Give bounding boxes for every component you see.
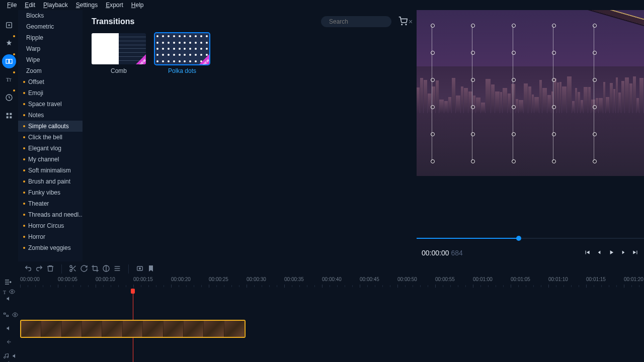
category-item[interactable]: Threads and needl... <box>18 209 83 220</box>
menu-help[interactable]: Help <box>127 1 148 10</box>
category-list[interactable]: BlocksGeometricRippleWarpWipeZoomOffsetE… <box>18 10 83 261</box>
category-item[interactable]: Notes <box>18 110 83 121</box>
undo-icon[interactable] <box>24 264 32 274</box>
transition-thumbs: NEWCombNEWPolka dots <box>92 33 408 74</box>
menu-file[interactable]: File <box>3 1 21 10</box>
svg-text:T: T <box>9 78 12 82</box>
transition-thumb[interactable]: NEWPolka dots <box>155 33 209 74</box>
filters-icon[interactable] <box>2 34 16 52</box>
step-back-icon[interactable] <box>596 249 603 257</box>
track-link-icon[interactable] <box>3 312 9 319</box>
track-back-icon[interactable] <box>6 339 12 346</box>
clip-properties-icon[interactable] <box>113 264 121 274</box>
color-adjust-icon[interactable] <box>102 264 110 274</box>
ruler-tick: 00:00:10 <box>96 277 115 282</box>
category-item[interactable]: Simple callouts <box>18 121 83 132</box>
svg-rect-4 <box>10 59 12 63</box>
track-back-icon[interactable] <box>6 360 12 362</box>
menubar: FileEditPlaybackSettingsExportHelp <box>0 0 644 10</box>
svg-rect-11 <box>10 116 12 118</box>
search-box[interactable]: × <box>321 16 391 27</box>
split-icon[interactable] <box>69 264 77 274</box>
category-item[interactable]: Geometric <box>18 21 83 32</box>
stickers-icon[interactable] <box>2 88 16 107</box>
timeline-tracks[interactable]: T <box>0 289 644 362</box>
svg-point-15 <box>406 24 407 25</box>
track-visibility-icon[interactable] <box>9 289 15 296</box>
category-item[interactable]: Offset <box>18 76 83 87</box>
track-mute-icon[interactable] <box>12 353 18 360</box>
track-mute-icon[interactable] <box>6 296 12 303</box>
audio-track-icon <box>3 353 9 360</box>
track-visibility-icon[interactable] <box>12 312 18 319</box>
tool-rail: TT <box>0 10 18 261</box>
thumb-label: Comb <box>111 67 127 74</box>
svg-line-19 <box>74 269 76 271</box>
category-item[interactable]: Blocks <box>18 10 83 21</box>
category-item[interactable]: Space travel <box>18 99 83 110</box>
category-item[interactable]: Elegant vlog <box>18 143 83 154</box>
category-item[interactable]: Theater <box>18 198 83 209</box>
svg-point-36 <box>4 357 6 358</box>
ruler-tick: 00:00:35 <box>284 277 304 282</box>
category-item[interactable]: Brush and paint <box>18 176 83 187</box>
category-item[interactable]: Wipe <box>18 54 83 65</box>
preview-canvas[interactable] <box>417 10 644 176</box>
delete-icon[interactable] <box>46 264 54 274</box>
redo-icon[interactable] <box>35 264 43 274</box>
crop-icon[interactable] <box>91 264 99 274</box>
search-input[interactable] <box>328 18 406 26</box>
ruler-tick: 00:00:55 <box>435 277 455 282</box>
add-track-icon[interactable] <box>4 278 12 288</box>
svg-rect-34 <box>7 315 9 317</box>
menu-settings[interactable]: Settings <box>72 1 102 10</box>
marker-icon[interactable] <box>147 264 155 274</box>
ruler-tick: 00:00:50 <box>397 277 417 282</box>
category-item[interactable]: Zombie veggies <box>18 242 83 253</box>
timeline-ruler[interactable]: 00:00:0000:00:0500:00:1000:00:1500:00:20… <box>0 277 644 289</box>
category-item[interactable]: Horror <box>18 231 83 242</box>
category-item[interactable]: Emoji <box>18 87 83 99</box>
skip-start-icon[interactable] <box>584 249 591 257</box>
category-item[interactable]: Soft minimalism <box>18 165 83 176</box>
clear-search-icon[interactable]: × <box>409 18 413 26</box>
cart-icon[interactable] <box>398 17 408 27</box>
category-item[interactable]: Horror Circus <box>18 220 83 231</box>
preview-scrubber[interactable] <box>417 233 644 243</box>
transition-thumb[interactable]: NEWComb <box>92 33 146 74</box>
svg-rect-8 <box>7 113 9 115</box>
transitions-icon[interactable] <box>2 52 16 70</box>
svg-point-37 <box>7 356 9 358</box>
category-item[interactable]: My channel <box>18 154 83 165</box>
video-clip[interactable] <box>20 320 246 338</box>
svg-rect-33 <box>4 313 6 315</box>
preview-panel: 00:00:00684 <box>417 10 644 261</box>
ruler-tick: 00:00:05 <box>58 277 77 282</box>
record-voiceover-icon[interactable] <box>136 264 144 274</box>
play-icon[interactable] <box>608 249 615 257</box>
menu-export[interactable]: Export <box>102 1 127 10</box>
ruler-tick: 00:00:30 <box>247 277 266 282</box>
ruler-tick: 00:01:05 <box>511 277 530 282</box>
svg-point-35 <box>15 314 16 316</box>
timecode-display: 00:00:00684 <box>422 249 463 257</box>
import-icon[interactable] <box>2 16 16 34</box>
category-item[interactable]: Zoom <box>18 65 83 76</box>
svg-line-20 <box>71 267 73 268</box>
step-fwd-icon[interactable] <box>620 249 627 257</box>
menu-playback[interactable]: Playback <box>39 1 72 10</box>
category-item[interactable]: Click the bell <box>18 132 83 143</box>
more-icon[interactable] <box>2 107 16 125</box>
scrubber-knob[interactable] <box>516 236 521 241</box>
track-mute-icon[interactable] <box>6 325 12 332</box>
skip-end-icon[interactable] <box>632 249 639 257</box>
content-panel: Transitions × NEWCombNEWPolka dots <box>83 10 417 261</box>
svg-point-26 <box>139 267 141 269</box>
category-item[interactable]: Funky vibes <box>18 187 83 198</box>
category-item[interactable]: Ripple <box>18 32 83 43</box>
panel-title: Transitions <box>92 17 134 26</box>
rotate-icon[interactable] <box>80 264 88 274</box>
titles-icon[interactable]: TT <box>2 70 16 88</box>
category-item[interactable]: Warp <box>18 43 83 54</box>
menu-edit[interactable]: Edit <box>21 1 39 10</box>
